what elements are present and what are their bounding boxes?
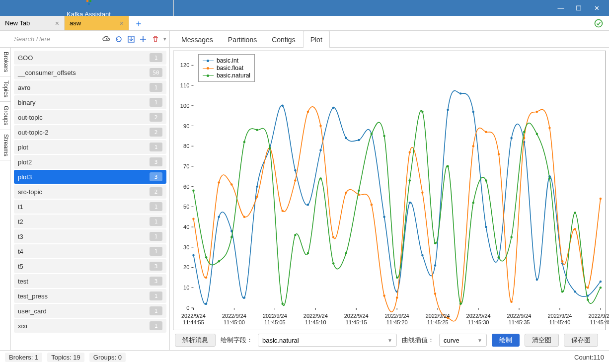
- svg-text:10: 10: [183, 285, 189, 291]
- status-groups: Groups: 0: [89, 353, 126, 362]
- topic-name: GOO: [18, 54, 33, 62]
- topic-item[interactable]: t21: [14, 215, 166, 228]
- svg-point-72: [281, 210, 283, 212]
- svg-point-107: [307, 252, 309, 254]
- draw-button[interactable]: 绘制: [492, 334, 520, 347]
- svg-point-43: [332, 107, 334, 109]
- svg-point-110: [345, 252, 347, 254]
- window-maximize-icon[interactable]: ☐: [574, 4, 583, 12]
- app-icon: [85, 0, 93, 6]
- topic-name: test: [18, 278, 28, 285]
- overflow-icon[interactable]: ▾: [163, 36, 166, 42]
- topic-count-badge: 2: [150, 187, 162, 196]
- tab-configs[interactable]: Configs: [264, 31, 303, 48]
- refresh-icon[interactable]: [114, 34, 124, 45]
- svg-point-111: [358, 190, 360, 192]
- status-ring-icon: [594, 16, 609, 30]
- svg-point-81: [396, 296, 398, 298]
- topic-name: avro: [18, 84, 30, 91]
- side-tab-streams[interactable]: Streams: [0, 130, 10, 161]
- topic-item[interactable]: __consumer_offsets50: [14, 66, 166, 79]
- svg-point-129: [587, 298, 589, 300]
- parse-message-button[interactable]: 解析消息: [175, 334, 216, 347]
- chart: 0102030405060708090100110120 basic.int b…: [173, 51, 606, 330]
- topic-item[interactable]: t11: [14, 200, 166, 214]
- topic-item[interactable]: t53: [14, 259, 166, 273]
- add-icon[interactable]: [139, 34, 148, 45]
- svg-point-73: [294, 179, 296, 181]
- file-tab[interactable]: New Tab ×: [0, 16, 65, 30]
- side-tab-topics[interactable]: Topics: [0, 76, 10, 102]
- topic-item[interactable]: GOO1: [14, 51, 166, 65]
- chevron-down-icon: ▼: [387, 338, 392, 343]
- topic-count-badge: 3: [150, 172, 162, 181]
- topic-item[interactable]: plot23: [14, 155, 166, 169]
- svg-point-103: [256, 129, 258, 131]
- topic-name: user_card: [18, 307, 47, 315]
- interp-label: 曲线插值：: [402, 336, 434, 345]
- topic-item[interactable]: t31: [14, 229, 166, 243]
- side-tab-brokers[interactable]: Brokers: [0, 48, 10, 76]
- svg-point-2: [87, 2, 89, 4]
- svg-point-59: [536, 279, 538, 281]
- topic-item[interactable]: src-topic2: [14, 185, 166, 199]
- topic-item[interactable]: binary1: [14, 95, 166, 109]
- svg-point-74: [307, 111, 309, 113]
- svg-point-37: [256, 185, 258, 187]
- topic-count-badge: 3: [150, 277, 162, 286]
- clear-button[interactable]: 清空图: [525, 334, 559, 347]
- interp-select[interactable]: curve ▼: [439, 334, 487, 347]
- topic-item[interactable]: plot1: [14, 140, 166, 154]
- svg-point-52: [447, 109, 449, 111]
- status-bar: Brokers: 1 Topics: 19 Groups: 0 Count:11…: [0, 350, 609, 364]
- svg-point-88: [485, 131, 487, 133]
- topic-name: t4: [18, 248, 23, 255]
- tab-messages[interactable]: Messages: [174, 31, 221, 48]
- svg-point-80: [383, 294, 385, 296]
- topic-item[interactable]: test3: [14, 274, 166, 288]
- topic-item[interactable]: t41: [14, 244, 166, 258]
- close-icon[interactable]: ×: [120, 19, 124, 27]
- window-minimize-icon[interactable]: ―: [556, 4, 565, 12]
- add-tab-button[interactable]: ＋: [129, 16, 148, 30]
- topic-count-badge: 1: [150, 98, 162, 107]
- topic-count-badge: 1: [150, 306, 162, 315]
- file-tab[interactable]: asw ×: [65, 16, 129, 30]
- topic-item[interactable]: test_press1: [14, 289, 166, 303]
- topic-count-badge: 1: [150, 232, 162, 241]
- svg-point-54: [472, 111, 474, 113]
- search-input[interactable]: [13, 35, 99, 43]
- import-icon[interactable]: [126, 34, 136, 45]
- tab-plot[interactable]: Plot: [303, 31, 330, 48]
- window-close-icon[interactable]: ✕: [592, 4, 601, 12]
- svg-point-76: [332, 236, 334, 238]
- svg-point-121: [485, 179, 487, 181]
- save-button[interactable]: 保存图: [564, 334, 598, 347]
- svg-point-125: [536, 133, 538, 135]
- field-select[interactable]: basic.natural ▼: [258, 334, 397, 347]
- topic-item[interactable]: out-topic2: [14, 110, 166, 124]
- topic-item[interactable]: xixi1: [14, 319, 166, 333]
- svg-point-115: [409, 179, 411, 181]
- delete-icon[interactable]: [151, 34, 160, 45]
- svg-point-87: [472, 145, 474, 147]
- svg-point-53: [459, 92, 461, 94]
- svg-point-120: [472, 202, 474, 204]
- cloud-sync-icon[interactable]: [102, 34, 111, 45]
- topic-item[interactable]: out-topic-22: [14, 125, 166, 139]
- svg-point-44: [345, 137, 347, 139]
- svg-point-79: [371, 204, 373, 206]
- svg-point-65: [192, 218, 194, 220]
- svg-point-49: [409, 202, 411, 204]
- topic-item[interactable]: plot33: [14, 170, 166, 184]
- topic-item[interactable]: user_card1: [14, 304, 166, 318]
- tab-partitions[interactable]: Partitions: [221, 31, 264, 48]
- file-tab-label: asw: [70, 19, 81, 27]
- topic-item[interactable]: avro1: [14, 80, 166, 94]
- side-tab-groups[interactable]: Groups: [0, 102, 10, 130]
- svg-point-102: [243, 141, 245, 143]
- svg-point-32: [192, 254, 194, 256]
- svg-point-114: [396, 277, 398, 279]
- topic-name: src-topic: [18, 188, 42, 196]
- close-icon[interactable]: ×: [55, 19, 59, 27]
